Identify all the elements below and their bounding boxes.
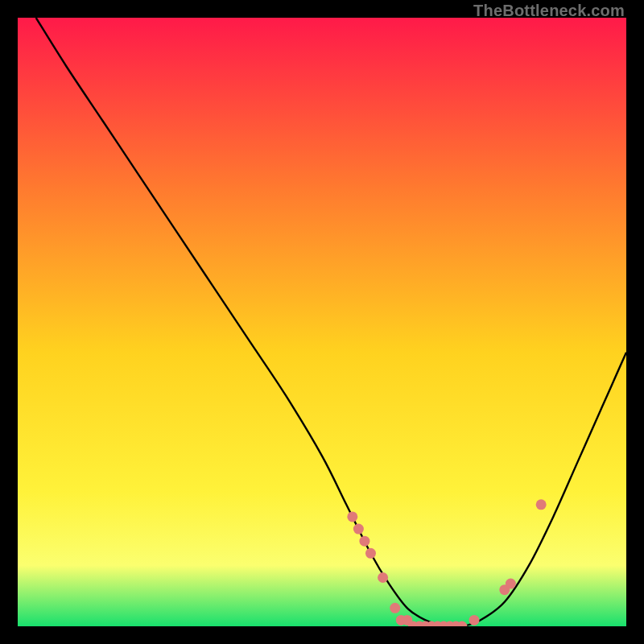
- data-dot: [378, 572, 388, 583]
- gradient-background: [18, 18, 626, 626]
- data-dot: [365, 548, 376, 559]
- data-dot: [469, 615, 480, 625]
- chart-frame: [18, 18, 626, 626]
- data-dot: [347, 511, 357, 522]
- data-dot: [359, 536, 369, 547]
- data-dot: [353, 524, 364, 535]
- attribution-text: TheBottleneck.com: [473, 2, 625, 20]
- data-dot: [390, 603, 400, 613]
- data-dot: [536, 499, 547, 510]
- bottleneck-chart: [18, 18, 626, 626]
- data-dot: [506, 579, 516, 589]
